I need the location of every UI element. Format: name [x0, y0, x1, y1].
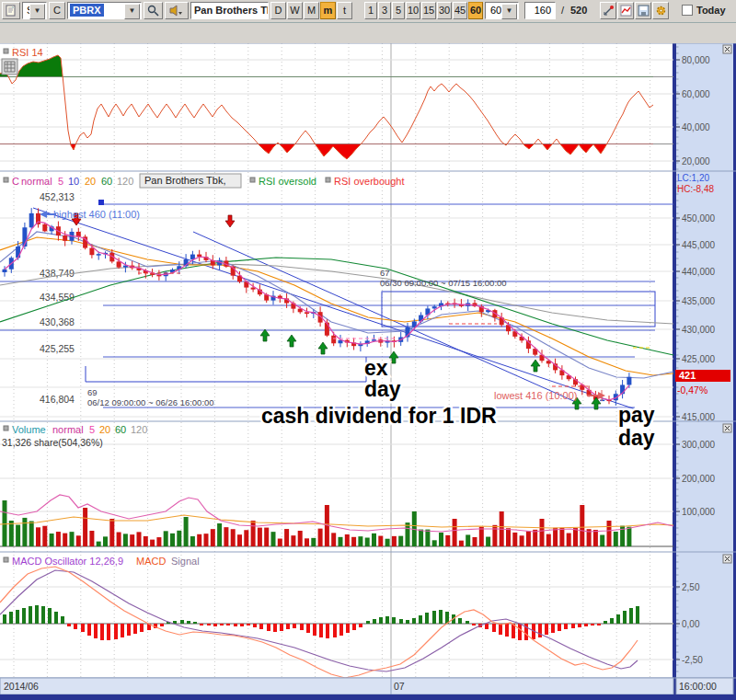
lowest-label: lowest 416 (10:00) [494, 390, 578, 401]
crosshair-tool-button[interactable] [600, 2, 616, 19]
volume-legend-120: 120 [131, 424, 147, 435]
interval-button-45[interactable]: 45 [453, 2, 467, 19]
legend-marker[interactable] [4, 557, 8, 562]
series-type-select[interactable]: S ▼ [22, 2, 47, 19]
range1-dates: 06/12 09:00:00 ~ 06/26 16:00:00 [87, 397, 214, 407]
symbol-value: PBRX [70, 4, 104, 17]
svg-text:438,749: 438,749 [40, 268, 75, 279]
rsi-title: RSI 14 [12, 47, 43, 58]
svg-text:40,000: 40,000 [682, 122, 710, 132]
svg-text:430,000: 430,000 [682, 325, 716, 335]
bar-count-input[interactable]: 160 [524, 2, 556, 19]
hc-value: HC:-8,48 [677, 184, 714, 194]
badge-price: 421 [679, 370, 696, 381]
settings-gear-button[interactable] [652, 2, 669, 19]
today-label: Today [696, 5, 726, 16]
lc-value: LC:1,20 [677, 173, 709, 183]
line-chart-tool-button[interactable] [617, 2, 634, 19]
legend-marker[interactable] [250, 178, 255, 182]
volume-legend-20: 20 [99, 424, 110, 435]
chevron-down-icon[interactable]: ▼ [29, 4, 45, 19]
svg-text:425,000: 425,000 [682, 354, 716, 364]
period-button-monthly[interactable]: M [304, 2, 319, 19]
macd-line-label: MACD [136, 556, 166, 567]
symbol-name-value: Pan Brothers Tb [191, 3, 268, 17]
legend-ma120: 120 [117, 176, 133, 187]
time-label-right: 16:00:00 [679, 681, 717, 692]
badge-change-pct: -0,47% [677, 384, 707, 396]
interval-select-value: 60 [486, 5, 501, 16]
volume-title: Volume [12, 424, 46, 435]
legend-ma20: 20 [85, 176, 96, 187]
annotation-cash-dividend: cash dividend for 1 IDR [261, 404, 497, 428]
svg-text:450,000: 450,000 [682, 213, 716, 224]
interval-button-1[interactable]: 1 [364, 2, 377, 19]
highest-label: highest 460 (11:00) [53, 209, 140, 220]
symbol-legend: Pan Brothers Tbk, [144, 175, 225, 186]
legend-ma5: 5 [58, 176, 63, 187]
period-button-weekly[interactable]: W [287, 2, 303, 19]
chart-canvas[interactable]: 452,313438,749434,559430,368425,255416,8… [0, 43, 736, 700]
volume-legend-normal: normal [52, 424, 84, 435]
legend-marker[interactable] [4, 49, 8, 53]
symbol-name-field[interactable]: Pan Brothers Tb [190, 2, 269, 19]
svg-text:445,000: 445,000 [682, 240, 716, 250]
volume-close-icon[interactable] [723, 424, 731, 432]
volume-readout: 31,326 share(504,36%) [2, 437, 103, 448]
axis-divider [673, 43, 676, 694]
annotation-pay-line1: pay [618, 403, 655, 427]
time-axis[interactable] [0, 678, 673, 694]
interval-button-30[interactable]: 30 [437, 2, 452, 19]
range2-dates: 06/30 09:00:00 ~ 07/15 16:00:00 [380, 278, 507, 288]
macd-signal-label: Signal [171, 556, 200, 567]
chevron-down-icon[interactable]: ▼ [124, 4, 140, 19]
rsi-close-icon[interactable] [723, 45, 731, 53]
svg-text:200,000: 200,000 [682, 474, 716, 484]
time-label-left: 2014/06 [4, 681, 39, 692]
legend-c: C [12, 176, 19, 187]
period-button-tick[interactable]: t [337, 2, 352, 19]
svg-text:434,559: 434,559 [40, 292, 75, 303]
svg-text:430,368: 430,368 [40, 316, 75, 327]
macd-close-icon[interactable] [723, 555, 731, 563]
legend-marker[interactable] [326, 178, 330, 182]
legend-normal: normal [21, 176, 52, 187]
interval-button-15[interactable]: 15 [421, 2, 436, 19]
svg-text:60,000: 60,000 [682, 89, 710, 99]
period-button-daily[interactable]: D [270, 2, 286, 19]
chevron-down-icon[interactable]: ▼ [501, 4, 517, 19]
svg-text:-2,50: -2,50 [682, 655, 703, 665]
legend-marker[interactable] [4, 178, 8, 182]
interval-button-5[interactable]: 5 [392, 2, 405, 19]
grid-tool-icon[interactable] [2, 59, 17, 75]
bar-total-label: 520 [570, 5, 587, 16]
legend-marker[interactable] [4, 426, 8, 430]
svg-text:100,000: 100,000 [682, 507, 716, 517]
axis-column [676, 43, 733, 694]
bar-count-value: 160 [535, 5, 555, 16]
period-button-minute[interactable]: m [320, 2, 336, 19]
today-checkbox[interactable] [682, 5, 693, 16]
svg-text:425,255: 425,255 [40, 343, 75, 354]
current-button[interactable]: C [49, 2, 65, 19]
legend-oversold: RSI oversold [259, 176, 316, 187]
svg-text:415,000: 415,000 [682, 412, 716, 422]
interval-button-10[interactable]: 10 [406, 2, 420, 19]
alert-sound-button[interactable] [165, 2, 189, 19]
interval-select[interactable]: 60 ▼ [485, 2, 519, 19]
interval-button-60[interactable]: 60 [468, 2, 483, 19]
svg-text:20,000: 20,000 [682, 156, 710, 166]
save-image-button[interactable] [635, 2, 651, 19]
document-icon[interactable] [2, 2, 20, 19]
svg-text:435,000: 435,000 [682, 296, 716, 306]
svg-text:452,313: 452,313 [40, 191, 75, 202]
annotation-ex-line2: day [364, 377, 401, 401]
interval-button-3[interactable]: 3 [378, 2, 391, 19]
plot-background [0, 43, 673, 678]
trading-app-window: S ▼ C PBRX ▼ Pan Brothers Tb D W M m t 1… [0, 0, 736, 700]
legend-overbought: RSI overbought [334, 176, 404, 187]
search-button[interactable] [144, 2, 163, 19]
symbol-combobox[interactable]: PBRX ▼ [67, 2, 142, 19]
legend-ma10: 10 [68, 176, 79, 187]
quote-bar: 421 ▲ 4 0.96% 104,887 131.88% 0.16% 4,41… [0, 23, 736, 43]
